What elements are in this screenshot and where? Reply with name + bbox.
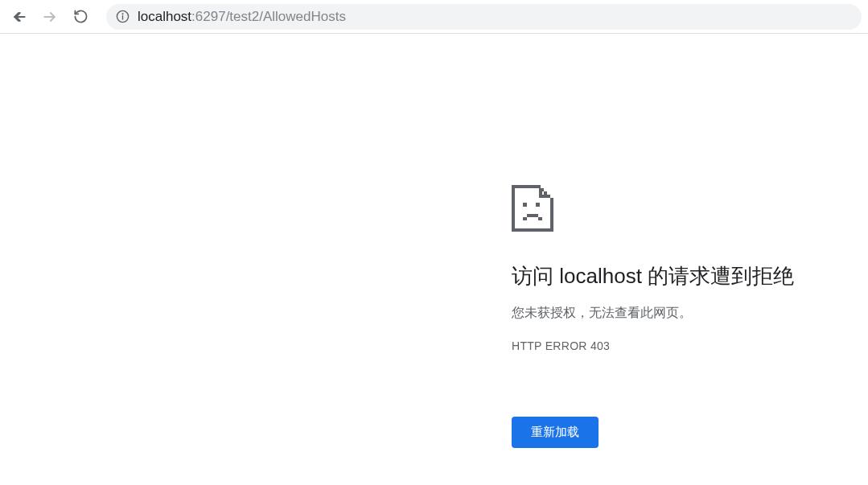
svg-rect-16 [523, 217, 527, 220]
svg-rect-5 [512, 185, 541, 188]
error-title-suffix: 的请求遭到拒绝 [642, 264, 794, 288]
svg-rect-10 [512, 228, 553, 232]
url-text: localhost:6297/test2/AllowedHosts [138, 9, 346, 25]
error-title: 访问 localhost 的请求遭到拒绝 [512, 262, 849, 290]
url-host: localhost [138, 9, 191, 24]
url-path: :6297/test2/AllowedHosts [191, 9, 346, 24]
svg-rect-9 [550, 198, 553, 232]
svg-rect-17 [527, 214, 538, 217]
reload-button[interactable] [68, 4, 93, 30]
sad-page-icon [512, 185, 849, 235]
svg-rect-18 [538, 217, 542, 220]
address-bar[interactable]: localhost:6297/test2/AllowedHosts [106, 4, 862, 30]
site-info-icon[interactable] [116, 10, 130, 23]
error-title-host: localhost [559, 264, 642, 288]
arrow-left-icon [11, 9, 27, 25]
svg-rect-15 [536, 203, 540, 207]
error-content: 访问 localhost 的请求遭到拒绝 您未获授权，无法查看此网页。 HTTP… [512, 185, 849, 448]
back-button[interactable] [6, 4, 32, 30]
svg-point-4 [122, 14, 123, 14]
arrow-right-icon [42, 9, 58, 25]
svg-rect-13 [539, 195, 550, 198]
error-description: 您未获授权，无法查看此网页。 [512, 305, 849, 322]
reload-icon [73, 9, 88, 24]
svg-rect-14 [523, 203, 527, 207]
svg-rect-7 [544, 191, 547, 195]
forward-button[interactable] [37, 4, 63, 30]
reload-page-button[interactable]: 重新加载 [512, 417, 599, 448]
error-code: HTTP ERROR 403 [512, 339, 849, 352]
browser-toolbar: localhost:6297/test2/AllowedHosts [0, 0, 868, 34]
svg-rect-11 [512, 185, 515, 232]
error-title-prefix: 访问 [512, 264, 559, 288]
